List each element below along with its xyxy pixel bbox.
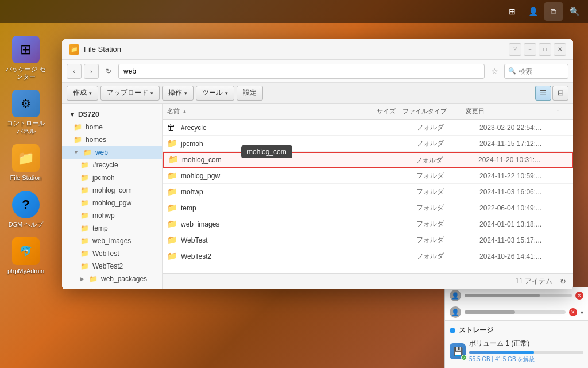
sidebar-item-jpcmoh[interactable]: 📁 jpcmoh (62, 171, 162, 184)
grid-view-button[interactable]: ⊟ (552, 86, 568, 101)
folder-icon: 📁 (167, 171, 177, 181)
sidebar-root[interactable]: ▼ DS720 (62, 108, 162, 121)
folder-icon: 📁 (89, 275, 98, 283)
desktop-icon-package-center[interactable]: ⊞ パッケージ センター (3, 33, 49, 83)
folder-icon: 📁 (80, 199, 89, 207)
desktop-icon-file-station[interactable]: 📁 File Station (3, 142, 49, 184)
folder-icon: 📁 (167, 187, 177, 197)
desktop-icon-dsm-help[interactable]: ? DSM ヘルプ (3, 189, 49, 231)
sidebar-item-webdata[interactable]: ▶ 📁 WebData (62, 285, 162, 289)
volume-bar-wrap: 55.5 GB | 41.5 GB を解放 (469, 351, 583, 363)
dsm-help-icon: ? (12, 191, 40, 218)
search-input[interactable] (519, 67, 564, 75)
user-avatar-1: 👤 (450, 290, 461, 301)
folder-icon: 📁 (74, 136, 82, 144)
sidebar-section-ds720: ▼ DS720 📁 home 📁 homes ▼ 📁 web 📁 (62, 108, 162, 289)
file-row-mohlog-pgw[interactable]: 📁 mohlog_pgw フォルダ 2024-11-22 10:59:... (163, 168, 573, 184)
sidebar-item-home[interactable]: 📁 home (62, 121, 162, 133)
taskbar-windows-icon[interactable]: ⧉ (544, 2, 563, 21)
view-buttons: ☰ ⊟ (535, 86, 568, 101)
file-row-webtest[interactable]: 📁 WebTest フォルダ 2024-11-03 15:17:... (163, 232, 573, 248)
file-row-web-images[interactable]: 📁 web_images フォルダ 2024-01-01 13:18:... (163, 216, 573, 232)
tools-button[interactable]: ツール ▾ (196, 86, 234, 101)
file-row-webtest2[interactable]: 📁 WebTest2 フォルダ 2024-10-26 14:41:... (163, 248, 573, 264)
volume-row: 💾 ✓ ボリューム 1 (正常) 55.5 GB | 41.5 GB を解放 (450, 339, 583, 363)
minimize-button[interactable]: － (524, 43, 536, 56)
sidebar-item-web-packages[interactable]: ▶ 📁 web_packages (62, 273, 162, 285)
file-station-label: File Station (10, 174, 41, 182)
sidebar-item-web-images[interactable]: 📁 web_images (62, 235, 162, 247)
col-header-more[interactable]: ⋮ (555, 108, 568, 115)
sidebar-item-webtest2[interactable]: 📁 WebTest2 (62, 260, 162, 273)
window-title: File Station (84, 45, 504, 53)
file-row-jpcmoh[interactable]: 📁 jpcmoh フォルダ 2024-11-15 17:12:... (163, 136, 573, 152)
status-bar: 11 アイテム ↻ (163, 273, 573, 289)
maximize-button[interactable]: □ (539, 43, 551, 56)
file-row-mohlog-com[interactable]: 📁 mohlog_com フォルダ 2024-11-20 10:31:... (163, 152, 573, 168)
close-button[interactable]: ✕ (554, 43, 566, 56)
user-row-2: 👤 ✕ ▾ (445, 304, 588, 321)
volume-bar-label: 55.5 GB | 41.5 GB を解放 (469, 355, 583, 363)
file-station-window: 📁 File Station ? － □ ✕ ‹ › ↻ ☆ 🔍 作成 ▾ アッ… (62, 39, 573, 289)
bottom-panel: 👤 ✕ 👤 ✕ ▾ ストレージ 💾 ✓ ボリューム 1 (正常) (444, 287, 588, 368)
back-button[interactable]: ‹ (67, 64, 82, 79)
search-box: 🔍 (504, 64, 568, 79)
status-refresh-button[interactable]: ↻ (557, 276, 568, 288)
remove-user-2-button[interactable]: ✕ (569, 308, 577, 316)
upload-button[interactable]: アップロード ▾ (100, 86, 160, 101)
folder-icon: 📁 (80, 161, 89, 169)
sidebar-item-recycle[interactable]: 📁 #recycle (62, 159, 162, 171)
path-input[interactable] (118, 64, 485, 79)
phpmyadmin-label: phpMyAdmin (7, 267, 44, 275)
sidebar-item-mohlog-pgw[interactable]: 📁 mohlog_pgw (62, 197, 162, 209)
user-dropdown-arrow[interactable]: ▾ (581, 309, 583, 316)
user-bar-1 (465, 294, 572, 297)
sidebar-item-homes[interactable]: 📁 homes (62, 133, 162, 146)
list-view-button[interactable]: ☰ (535, 86, 551, 101)
settings-button[interactable]: 設定 (237, 86, 263, 101)
sidebar-item-webtest[interactable]: 📁 WebTest (62, 247, 162, 260)
file-row-temp[interactable]: 📁 temp フォルダ 2022-06-04 10:49:... (163, 200, 573, 216)
folder-icon: 📁 (80, 224, 89, 232)
sidebar-item-temp[interactable]: 📁 temp (62, 222, 162, 235)
help-button[interactable]: ? (509, 43, 521, 56)
expand-arrow: ▶ (80, 289, 84, 289)
favorite-button[interactable]: ☆ (487, 64, 502, 79)
sidebar: ▼ DS720 📁 home 📁 homes ▼ 📁 web 📁 (62, 103, 163, 289)
folder-icon: 📁 (167, 235, 177, 246)
folder-icon: 📁 (167, 203, 177, 213)
window-controls: ? － □ ✕ (509, 43, 566, 56)
file-row-mohwp[interactable]: 📁 mohwp フォルダ 2024-11-03 16:06:... (163, 184, 573, 200)
col-header-size[interactable]: サイズ (334, 107, 403, 116)
package-center-icon: ⊞ (12, 36, 40, 63)
storage-section: ストレージ 💾 ✓ ボリューム 1 (正常) 55.5 GB | 41.5 GB… (445, 321, 588, 368)
dsm-help-label: DSM ヘルプ (9, 221, 44, 228)
col-header-type[interactable]: ファイルタイプ (403, 107, 466, 116)
folder-icon: 📁 (80, 262, 89, 270)
desktop-icon-phpmyadmin[interactable]: 🐬 phpMyAdmin (3, 235, 49, 277)
package-center-label: パッケージ センター (5, 66, 47, 80)
volume-info: ボリューム 1 (正常) 55.5 GB | 41.5 GB を解放 (469, 339, 583, 363)
sidebar-item-web[interactable]: ▼ 📁 web (62, 146, 162, 159)
user-avatar-2: 👤 (450, 306, 461, 318)
taskbar-grid-icon[interactable]: ⊞ (503, 2, 521, 21)
col-header-modified[interactable]: 変更日 (466, 107, 555, 116)
desktop-icon-control-panel[interactable]: ⚙ コントロールパネル (3, 87, 49, 137)
create-button[interactable]: 作成 ▾ (67, 86, 98, 101)
file-row-recycle[interactable]: 🗑 #recycle フォルダ 2023-02-20 22:54:... (163, 120, 573, 136)
action-bar: 作成 ▾ アップロード ▾ 操作 ▾ ツール ▾ 設定 ☰ ⊟ (62, 83, 573, 103)
window-app-icon: 📁 (69, 44, 79, 55)
sidebar-item-mohwp[interactable]: 📁 mohwp (62, 209, 162, 222)
col-header-name[interactable]: 名前 ▲ (167, 107, 334, 116)
refresh-button[interactable]: ↻ (101, 64, 116, 79)
forward-button[interactable]: › (84, 64, 99, 79)
volume-bar (469, 351, 583, 354)
item-count: 11 アイテム (515, 277, 552, 286)
main-content: ▼ DS720 📁 home 📁 homes ▼ 📁 web 📁 (62, 103, 573, 289)
action-button[interactable]: 操作 ▾ (162, 86, 194, 101)
taskbar-search-icon[interactable]: 🔍 (565, 2, 583, 21)
remove-user-1-button[interactable]: ✕ (575, 292, 583, 300)
sidebar-item-mohlog-com[interactable]: 📁 mohlog_com (62, 184, 162, 197)
volume-status-check-icon: ✓ (461, 355, 467, 361)
taskbar-user-icon[interactable]: 👤 (524, 2, 542, 21)
